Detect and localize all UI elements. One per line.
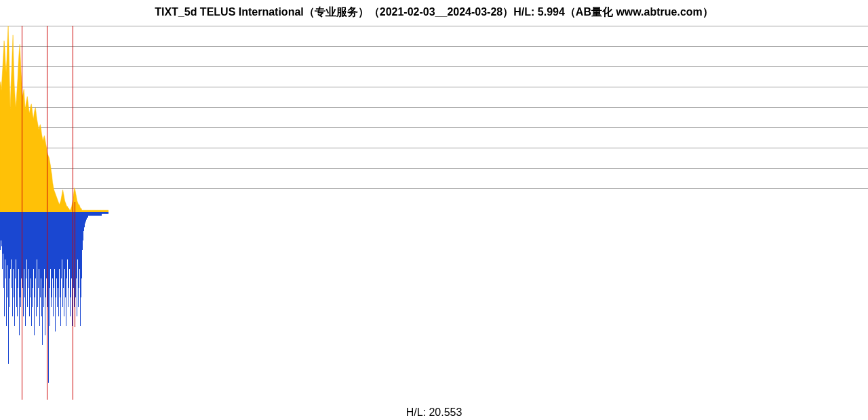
chart-area xyxy=(0,26,868,402)
chart-title: TIXT_5d TELUS International（专业服务）（2021-0… xyxy=(0,0,868,25)
gridlines xyxy=(0,26,868,402)
hl-ratio-label: H/L: 20.553 xyxy=(0,406,868,419)
red-marker-lines xyxy=(0,26,108,402)
